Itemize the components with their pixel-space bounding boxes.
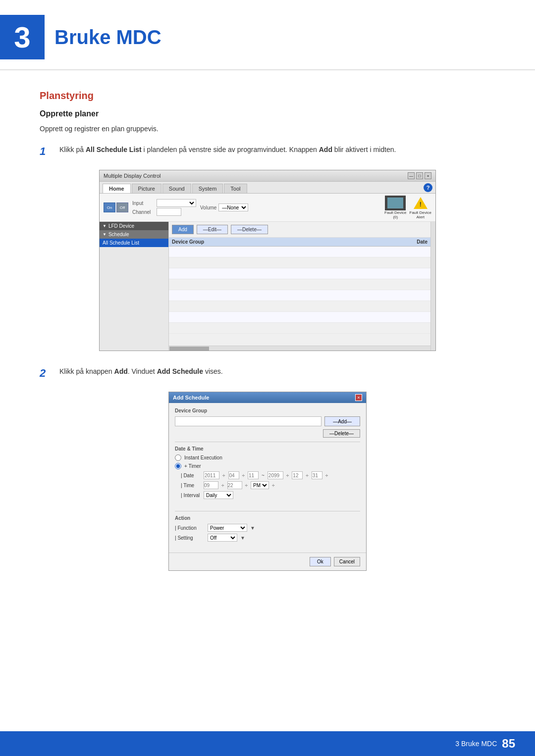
footer-page-number: 85 bbox=[502, 737, 515, 751]
device-add-button[interactable]: —Add— bbox=[324, 416, 360, 426]
device-delete-button[interactable]: —Delete— bbox=[323, 429, 360, 438]
step-2-text: Klikk på knappen Add. Vinduet Add Schedu… bbox=[59, 366, 495, 377]
step-2-container: 2 Klikk på knappen Add. Vinduet Add Sche… bbox=[40, 366, 495, 380]
volume-select[interactable]: —None— bbox=[218, 203, 248, 211]
cancel-button[interactable]: Cancel bbox=[334, 557, 360, 566]
table-row bbox=[169, 290, 430, 301]
device-group-input[interactable] bbox=[175, 416, 321, 426]
vertical-scrollbar[interactable] bbox=[430, 222, 435, 351]
lfd-arrow-icon: ▼ bbox=[103, 224, 107, 228]
tab-system[interactable]: System bbox=[192, 184, 223, 193]
tab-tool[interactable]: Tool bbox=[224, 184, 247, 193]
step-1-bold-2: Add bbox=[319, 146, 332, 153]
input-select[interactable] bbox=[157, 199, 196, 207]
alert-triangle-icon bbox=[414, 197, 428, 209]
device-group-actions: —Add— bbox=[175, 416, 360, 426]
from-month-input[interactable] bbox=[228, 471, 239, 479]
add-schedule-title: Add Schedule bbox=[173, 395, 209, 401]
table-row bbox=[169, 279, 430, 290]
all-schedule-list-item[interactable]: All Schedule List bbox=[100, 239, 168, 247]
timer-row: + Timer bbox=[175, 463, 360, 469]
intro-text: Opprett og registrer en plan gruppevis. bbox=[40, 123, 495, 134]
delete-button[interactable]: —Delete— bbox=[231, 225, 268, 234]
to-year-input[interactable] bbox=[268, 471, 283, 479]
volume-label: Volume bbox=[200, 205, 216, 210]
tab-picture[interactable]: Picture bbox=[132, 184, 161, 193]
add-schedule-titlebar: Add Schedule × bbox=[169, 392, 366, 403]
interval-row: | Interval Daily bbox=[181, 491, 360, 499]
divider-1 bbox=[175, 442, 360, 442]
setting-select[interactable]: Off bbox=[208, 534, 237, 542]
timer-label: + Timer bbox=[184, 463, 201, 469]
from-day-input[interactable] bbox=[248, 471, 259, 479]
channel-label: Channel bbox=[132, 209, 155, 215]
table-row bbox=[169, 268, 430, 279]
instant-execution-row: Instant Execution bbox=[175, 454, 360, 461]
step-1-container: 1 Klikk på All Schedule List i plandelen… bbox=[40, 144, 495, 158]
time-row-label: | Time bbox=[181, 483, 201, 488]
table-row bbox=[169, 301, 430, 312]
on-off-controls: On Off bbox=[104, 202, 128, 212]
step-2-number: 2 bbox=[40, 367, 54, 380]
date-time-label: Date & Time bbox=[175, 446, 360, 452]
timer-radio[interactable] bbox=[175, 463, 181, 469]
volume-group: Volume —None— bbox=[200, 203, 248, 211]
to-month-input[interactable] bbox=[292, 471, 303, 479]
step-2-bold-1: Add bbox=[114, 367, 128, 375]
page-header: 3 Bruke MDC bbox=[0, 0, 535, 70]
date-range-separator: ~ bbox=[262, 473, 265, 478]
add-schedule-body: Device Group —Add— —Delete— Date & Time … bbox=[169, 403, 366, 553]
time-row: | Time ÷ ÷ PM AM ÷ bbox=[181, 481, 360, 489]
horizontal-scrollbar[interactable] bbox=[169, 346, 430, 351]
fault-device-icon bbox=[385, 196, 406, 210]
date-separator-3: ÷ bbox=[286, 473, 289, 478]
device-icons: Fault Device(0) Fault DeviceAlert bbox=[384, 196, 431, 219]
ampm-select[interactable]: PM AM bbox=[251, 481, 269, 489]
page-footer: 3 Bruke MDC 85 bbox=[0, 731, 535, 756]
add-schedule-bottom-buttons: Ok Cancel bbox=[169, 553, 366, 570]
mdc-navbar: Home Picture Sound System Tool ? bbox=[100, 182, 435, 194]
minimize-button[interactable]: — bbox=[408, 172, 415, 179]
close-button[interactable]: × bbox=[425, 172, 431, 179]
date-row-label: | Date bbox=[181, 473, 201, 478]
fault-device-label: Fault Device(0) bbox=[384, 210, 406, 219]
tab-home[interactable]: Home bbox=[103, 184, 131, 193]
interval-select[interactable]: Daily bbox=[204, 491, 233, 499]
date-separator-4: ÷ bbox=[306, 473, 309, 478]
function-row: | Function Power ▼ bbox=[175, 524, 360, 532]
scroll-thumb-horizontal[interactable] bbox=[169, 347, 209, 351]
chapter-title: Bruke MDC bbox=[54, 26, 161, 49]
to-day-input[interactable] bbox=[312, 471, 322, 479]
table-row bbox=[169, 247, 430, 257]
mdc-window-controls: — □ × bbox=[408, 172, 431, 179]
channel-input[interactable] bbox=[157, 208, 181, 216]
spacer-2 bbox=[175, 544, 360, 548]
instant-execution-radio[interactable] bbox=[175, 454, 181, 461]
time-separator-3: ÷ bbox=[272, 483, 275, 488]
step-2-bold-2: Add Schedule bbox=[157, 367, 203, 375]
schedule-arrow-icon: ▼ bbox=[103, 232, 107, 237]
minute-input[interactable] bbox=[227, 481, 242, 489]
mdc-window: Multiple Display Control — □ × Home Pict… bbox=[99, 170, 436, 351]
time-separator-2: ÷ bbox=[245, 483, 248, 488]
edit-button[interactable]: —Edit— bbox=[197, 225, 228, 234]
mdc-toolbar: On Off Input Channel Volume —None— bbox=[100, 194, 435, 222]
tab-sound[interactable]: Sound bbox=[162, 184, 191, 193]
restore-button[interactable]: □ bbox=[416, 172, 423, 179]
divider-2 bbox=[175, 511, 360, 511]
main-content: Planstyring Opprette planer Opprett og r… bbox=[0, 90, 535, 571]
input-row: Input bbox=[132, 199, 196, 207]
off-button[interactable]: Off bbox=[116, 202, 128, 212]
mdc-titlebar: Multiple Display Control — □ × bbox=[100, 170, 435, 182]
from-year-input[interactable] bbox=[204, 471, 219, 479]
ok-button[interactable]: Ok bbox=[310, 557, 331, 566]
add-button[interactable]: Add bbox=[172, 225, 194, 234]
on-button[interactable]: On bbox=[104, 202, 115, 212]
setting-label: | Setting bbox=[175, 535, 205, 541]
help-button[interactable]: ? bbox=[424, 183, 432, 192]
hour-input[interactable] bbox=[204, 481, 218, 489]
add-schedule-close-button[interactable]: × bbox=[355, 394, 362, 401]
schedule-section-header[interactable]: ▼ Schedule bbox=[100, 230, 168, 239]
function-select[interactable]: Power bbox=[208, 524, 247, 532]
device-group-label: Device Group bbox=[175, 408, 360, 413]
